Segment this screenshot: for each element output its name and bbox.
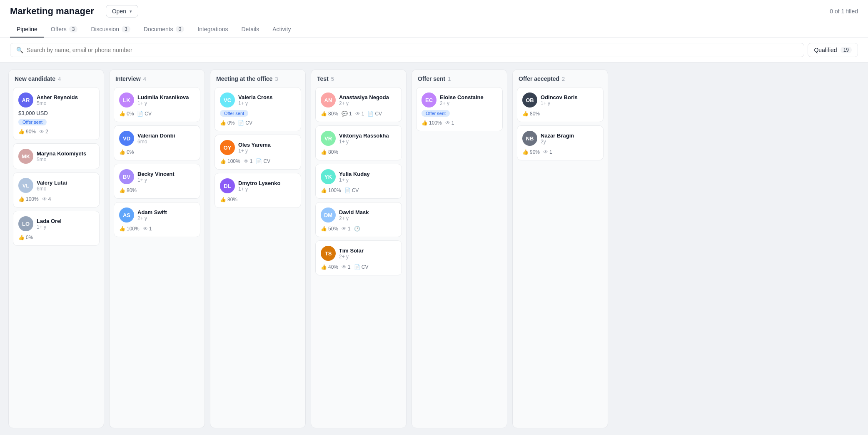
candidate-duration: 2y: [541, 139, 574, 145]
cv-label: CV: [375, 111, 382, 117]
avatar: AN: [321, 92, 336, 108]
thumb-pct: 0%: [127, 111, 134, 117]
card-meta: 👍100%👁1: [422, 120, 497, 126]
card-meta: 👍100%👁1: [119, 226, 195, 232]
eye-icon: 👁: [342, 264, 347, 270]
candidate-name: Lada Orel: [37, 218, 62, 224]
candidate-info: Lada Orel 1+ y: [37, 218, 62, 230]
column-header-offer-accepted: Offer accepted 2: [517, 75, 604, 82]
doc-icon: 📄: [344, 188, 351, 193]
search-wrapper[interactable]: 🔍: [10, 43, 804, 57]
thumb-pct: 40%: [328, 264, 338, 270]
candidate-card[interactable]: TS Tim Solar 2+ y 👍40%👁1📄CV: [315, 240, 402, 275]
tab-details[interactable]: Details: [234, 22, 266, 38]
candidate-card[interactable]: YK Yulia Kuday 1+ y 👍100%📄CV: [315, 164, 402, 199]
column-count: 4: [143, 76, 146, 82]
cv-stat: 📄CV: [256, 158, 270, 164]
candidate-duration: 1+ y: [238, 100, 272, 106]
candidate-duration: 6mo: [37, 186, 67, 192]
doc-icon: 📄: [367, 111, 374, 117]
candidate-row: BV Becky Vincent 1+ y: [119, 169, 195, 184]
tab-integrations[interactable]: Integrations: [191, 22, 234, 38]
qualified-button[interactable]: Qualified 19: [808, 43, 858, 57]
page-title: Marketing manager: [10, 6, 94, 17]
thumb-pct: 0%: [26, 235, 33, 240]
candidate-row: LK Ludmila Krasnikova 1+ y: [119, 92, 195, 108]
thumb-stat: 👍100%: [220, 158, 240, 164]
candidate-row: TS Tim Solar 2+ y: [321, 246, 397, 261]
eye-stat: 👁1: [355, 111, 364, 117]
candidate-card[interactable]: LO Lada Orel 1+ y 👍0%: [13, 211, 100, 246]
column-header-new-candidate: New candidate 4: [13, 75, 100, 82]
candidate-row: OY Oles Yarema 1+ y: [220, 140, 296, 155]
thumb-stat: 👍90%: [18, 129, 36, 135]
card-meta: 👍80%: [321, 149, 397, 155]
column-count: 2: [562, 76, 565, 82]
thumb-pct: 80%: [227, 197, 237, 202]
tab-activity[interactable]: Activity: [266, 22, 297, 38]
avatar: VC: [220, 92, 235, 108]
candidate-duration: 5mo: [37, 157, 86, 162]
candidate-duration: 2+ y: [440, 100, 484, 106]
candidate-card[interactable]: AS Adam Swift 2+ y 👍100%👁1: [114, 202, 200, 237]
candidate-card[interactable]: AN Anastasiya Negoda 2+ y 👍80%💬1👁1📄CV: [315, 87, 402, 122]
card-meta: 👍90%👁1: [522, 149, 598, 155]
candidate-name: Dmytro Lysenko: [238, 180, 280, 186]
avatar: VD: [119, 131, 134, 146]
candidate-card[interactable]: EC Eloise Constaine 2+ y Offer sent👍100%…: [416, 87, 503, 131]
column-count: 5: [331, 76, 334, 82]
msg-stat: 💬1: [342, 111, 352, 117]
candidate-duration: 1+ y: [339, 139, 389, 145]
card-meta: 👍100%👁1📄CV: [220, 158, 296, 164]
candidate-info: Dmytro Lysenko 1+ y: [238, 180, 280, 192]
column-count: 1: [448, 76, 451, 82]
candidate-card[interactable]: DL Dmytro Lysenko 1+ y 👍80%: [215, 173, 301, 208]
candidate-card[interactable]: VC Valeria Cross 1+ y Offer sent👍0%📄CV: [215, 87, 301, 131]
tab-offers[interactable]: Offers3: [44, 22, 85, 38]
thumb-stat: 👍80%: [220, 197, 237, 202]
candidate-card[interactable]: VL Valery Lutai 6mo 👍100%👁4: [13, 172, 100, 208]
candidate-info: Valeria Cross 1+ y: [238, 94, 272, 106]
candidate-duration: 1+ y: [238, 186, 280, 192]
avatar: DM: [321, 208, 336, 222]
candidate-info: Tim Solar 2+ y: [339, 248, 364, 260]
thumb-stat: 👍100%: [321, 188, 341, 193]
candidate-duration: 1+ y: [238, 148, 271, 154]
candidate-card[interactable]: DM David Mask 2+ y 👍50%👁1🕐: [315, 202, 402, 237]
status-dropdown[interactable]: Open ▾: [106, 5, 138, 18]
cv-label: CV: [352, 188, 359, 193]
candidate-card[interactable]: VR Viktoriya Rassokha 1+ y 👍80%: [315, 125, 402, 160]
candidate-row: DL Dmytro Lysenko 1+ y: [220, 178, 296, 193]
candidate-row: YK Yulia Kuday 1+ y: [321, 169, 397, 184]
tab-documents[interactable]: Documents0: [137, 22, 191, 38]
tab-pipeline[interactable]: Pipeline: [10, 22, 44, 38]
candidate-duration: 1+ y: [339, 177, 370, 183]
eye-count: 1: [362, 111, 364, 117]
card-meta: 👍50%👁1🕐: [321, 226, 397, 232]
thumb-pct: 100%: [127, 226, 140, 232]
candidate-info: Adam Swift 2+ y: [137, 209, 167, 221]
card-meta: 👍0%📄CV: [119, 111, 195, 117]
search-input[interactable]: [27, 47, 798, 53]
tab-discussion[interactable]: Discussion3: [84, 22, 137, 38]
candidate-card[interactable]: OY Oles Yarema 1+ y 👍100%👁1📄CV: [215, 135, 301, 170]
eye-stat: 👁1: [342, 226, 351, 232]
thumb-icon: 👍: [321, 188, 327, 193]
thumb-stat: 👍100%: [422, 120, 442, 126]
candidate-name: Adam Swift: [137, 209, 167, 215]
candidate-info: David Mask 2+ y: [339, 209, 369, 221]
candidate-card[interactable]: AR Asher Reynolds 5mo $3,000 USDOffer se…: [13, 87, 100, 140]
candidate-card[interactable]: VD Valerian Donbi 6mo 👍0%: [114, 125, 200, 160]
thumb-pct: 0%: [227, 120, 234, 126]
candidate-card[interactable]: OB Odincov Boris 1+ y 👍80%: [517, 87, 604, 122]
candidate-info: Oles Yarema 1+ y: [238, 142, 271, 154]
candidate-card[interactable]: LK Ludmila Krasnikova 1+ y 👍0%📄CV: [114, 87, 200, 122]
thumb-stat: 👍0%: [220, 120, 234, 126]
candidate-card[interactable]: MK Maryna Kolomiyets 5mo: [13, 143, 100, 169]
column-test: Test 5 AN Anastasiya Negoda 2+ y 👍80%💬1👁…: [311, 69, 407, 428]
candidate-card[interactable]: BV Becky Vincent 1+ y 👍80%: [114, 164, 200, 199]
offer-sent-badge: Offer sent: [422, 110, 450, 117]
candidate-card[interactable]: NB Nazar Bragin 2y 👍90%👁1: [517, 125, 604, 160]
card-meta: 👍100%📄CV: [321, 188, 397, 193]
thumb-stat: 👍100%: [18, 196, 39, 202]
